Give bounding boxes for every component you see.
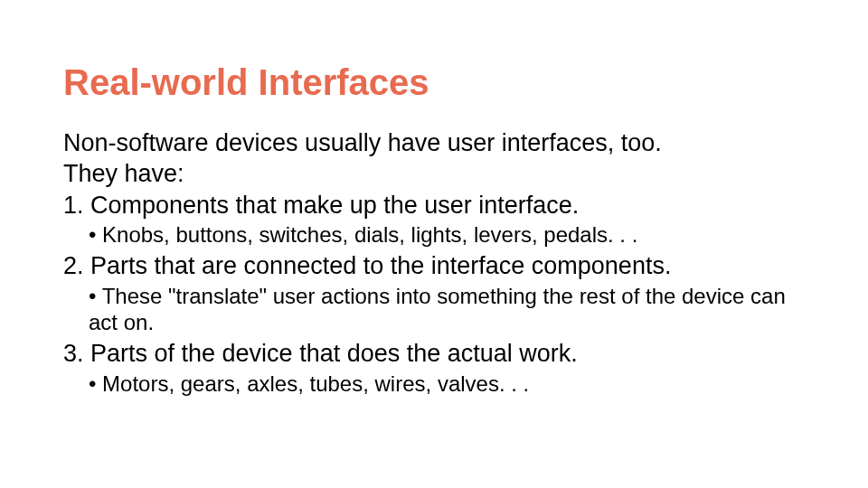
slide-title: Real-world Interfaces <box>63 61 805 103</box>
list-item-3: 3. Parts of the device that does the act… <box>63 339 805 368</box>
list-item-1: 1. Components that make up the user inte… <box>63 191 805 220</box>
intro-line-2: They have: <box>63 159 805 188</box>
list-item-2-sub: • These "translate" user actions into so… <box>89 283 805 336</box>
slide: Real-world Interfaces Non-software devic… <box>0 0 868 488</box>
intro-line-1: Non-software devices usually have user i… <box>63 128 805 157</box>
list-item-2: 2. Parts that are connected to the inter… <box>63 251 805 280</box>
list-item-3-sub: • Motors, gears, axles, tubes, wires, va… <box>89 371 805 397</box>
list-item-1-sub: • Knobs, buttons, switches, dials, light… <box>89 221 805 248</box>
slide-body: Non-software devices usually have user i… <box>63 128 805 397</box>
